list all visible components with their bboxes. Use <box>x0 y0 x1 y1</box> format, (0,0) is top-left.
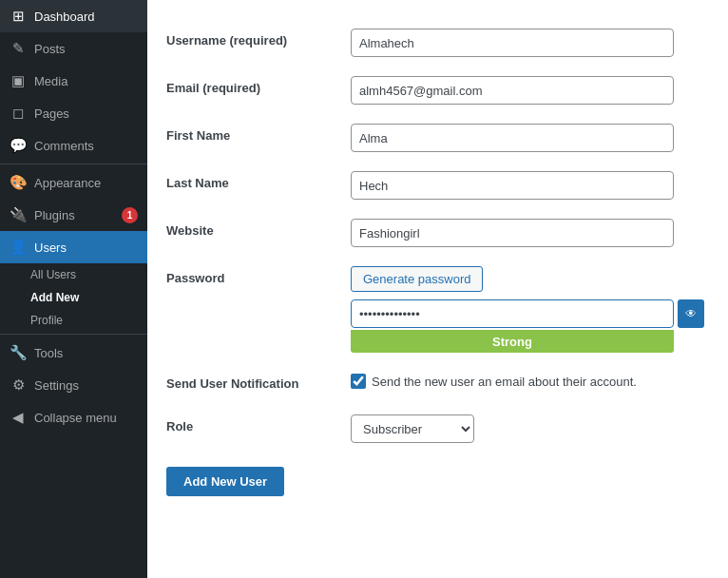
lastname-input[interactable] <box>351 171 674 200</box>
notification-row: Send User Notification Send the new user… <box>166 362 704 405</box>
submenu-all-users[interactable]: All Users <box>0 263 147 286</box>
password-row: Password Generate password 👁 Strong <box>166 257 704 362</box>
sidebar-item-tools[interactable]: 🔧 Tools <box>0 337 147 369</box>
firstname-cell <box>351 114 704 162</box>
email-row: Email (required) <box>166 67 704 114</box>
username-input[interactable] <box>351 29 674 57</box>
website-row: Website <box>166 209 704 257</box>
notification-cell: Send the new user an email about their a… <box>351 362 704 405</box>
submenu-profile[interactable]: Profile <box>0 309 147 332</box>
password-input-wrap: 👁 <box>351 299 704 328</box>
sidebar-item-media[interactable]: ▣ Media <box>0 65 147 97</box>
collapse-icon: ◀ <box>10 409 27 426</box>
sidebar-label-users: Users <box>34 241 138 255</box>
settings-icon: ⚙ <box>10 376 27 394</box>
sidebar-label-comments: Comments <box>34 139 138 153</box>
email-cell <box>351 67 704 114</box>
sidebar-item-comments[interactable]: 💬 Comments <box>0 129 147 162</box>
username-label: Username (required) <box>166 19 351 67</box>
firstname-label: First Name <box>166 114 351 162</box>
notification-label: Send User Notification <box>166 362 351 405</box>
lastname-label: Last Name <box>166 162 351 209</box>
password-label: Password <box>166 257 351 362</box>
users-icon: 👤 <box>10 239 27 256</box>
role-label: Role <box>166 405 351 453</box>
website-label: Website <box>166 209 351 257</box>
sidebar-item-users[interactable]: 👤 Users <box>0 231 147 263</box>
password-strength-label: Strong <box>492 335 532 349</box>
dashboard-icon: ⊞ <box>10 8 27 25</box>
sidebar: ⊞ Dashboard ✎ Posts ▣ Media ◻ Pages 💬 Co… <box>0 0 147 578</box>
sidebar-label-dashboard: Dashboard <box>34 10 138 24</box>
password-strength-bar: Strong <box>351 330 674 353</box>
submit-wrap: Add New User <box>166 453 704 496</box>
website-cell <box>351 209 704 257</box>
sidebar-label-collapse: Collapse menu <box>34 411 138 425</box>
sidebar-label-posts: Posts <box>34 42 138 56</box>
sidebar-item-plugins[interactable]: 🔌 Plugins 1 <box>0 199 147 231</box>
role-select[interactable]: Subscriber Contributor Author Editor Adm… <box>351 414 474 443</box>
notification-text: Send the new user an email about their a… <box>372 375 637 389</box>
password-cell: Generate password 👁 Strong <box>351 257 704 362</box>
firstname-input[interactable] <box>351 124 674 152</box>
sidebar-item-collapse[interactable]: ◀ Collapse menu <box>0 401 147 434</box>
sidebar-label-plugins: Plugins <box>34 208 114 222</box>
add-new-user-button[interactable]: Add New User <box>166 467 284 496</box>
role-cell: Subscriber Contributor Author Editor Adm… <box>351 405 704 453</box>
generate-password-wrap: Generate password <box>351 266 704 299</box>
lastname-cell <box>351 162 704 209</box>
plugins-icon: 🔌 <box>10 206 27 223</box>
sidebar-item-pages[interactable]: ◻ Pages <box>0 97 147 129</box>
notification-checkbox[interactable] <box>351 374 366 389</box>
sidebar-label-appearance: Appearance <box>34 176 138 190</box>
comments-icon: 💬 <box>10 137 27 154</box>
media-icon: ▣ <box>10 72 27 89</box>
appearance-icon: 🎨 <box>10 174 27 191</box>
email-input[interactable] <box>351 76 674 105</box>
role-row: Role Subscriber Contributor Author Edito… <box>166 405 704 453</box>
sidebar-label-tools: Tools <box>34 346 138 360</box>
notification-checkbox-label[interactable]: Send the new user an email about their a… <box>351 374 704 389</box>
password-input[interactable] <box>351 299 674 328</box>
posts-icon: ✎ <box>10 40 27 57</box>
sidebar-label-pages: Pages <box>34 106 138 121</box>
sidebar-label-media: Media <box>34 74 138 88</box>
users-submenu: All Users Add New Profile <box>0 263 147 332</box>
main-content: Username (required) Email (required) Fir… <box>147 0 728 578</box>
sidebar-item-appearance[interactable]: 🎨 Appearance <box>0 166 147 199</box>
username-row: Username (required) <box>166 19 704 67</box>
website-input[interactable] <box>351 219 674 247</box>
lastname-row: Last Name <box>166 162 704 209</box>
submenu-add-new[interactable]: Add New <box>0 286 147 309</box>
sidebar-label-settings: Settings <box>34 378 138 393</box>
form-table: Username (required) Email (required) Fir… <box>166 19 704 453</box>
add-user-form: Username (required) Email (required) Fir… <box>147 0 728 578</box>
plugins-badge: 1 <box>122 207 138 223</box>
sidebar-item-dashboard[interactable]: ⊞ Dashboard <box>0 0 147 32</box>
tools-icon: 🔧 <box>10 344 27 361</box>
sidebar-item-settings[interactable]: ⚙ Settings <box>0 369 147 401</box>
password-toggle-button[interactable]: 👁 <box>678 299 704 328</box>
sidebar-item-posts[interactable]: ✎ Posts <box>0 32 147 65</box>
username-cell <box>351 19 704 67</box>
email-label: Email (required) <box>166 67 351 114</box>
firstname-row: First Name <box>166 114 704 162</box>
generate-password-button[interactable]: Generate password <box>351 266 483 292</box>
pages-icon: ◻ <box>10 105 27 122</box>
